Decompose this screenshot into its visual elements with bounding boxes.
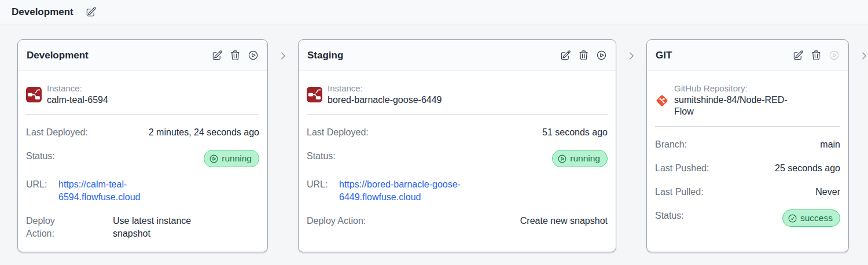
url-label: URL: bbox=[307, 178, 339, 204]
branch-row: Branch: main bbox=[655, 138, 840, 151]
edit-pipeline-button[interactable] bbox=[86, 6, 97, 17]
run-stage-button-disabled bbox=[829, 50, 840, 61]
last-deployed-label: Last Deployed: bbox=[26, 126, 113, 139]
stage-body: Instance: bored-barnacle-goose-6449 Last… bbox=[299, 71, 616, 252]
stage-card-staging: Staging Instance: bored-barnacle-goose-6… bbox=[298, 39, 616, 252]
node-red-icon bbox=[26, 87, 42, 102]
pipeline-title: Development bbox=[12, 6, 73, 18]
deploy-action-row: Deploy Action: Use latest instance snaps… bbox=[26, 215, 259, 240]
pipeline-header: Development bbox=[0, 0, 868, 24]
deploy-action-label: Deploy Action: bbox=[307, 215, 393, 227]
branch-value: main bbox=[742, 138, 840, 151]
trash-icon bbox=[811, 50, 822, 61]
url-row: URL: https://bored-barnacle-goose-6449.f… bbox=[307, 178, 608, 204]
stage-separator bbox=[849, 39, 868, 61]
chevron-right-icon bbox=[627, 51, 637, 61]
delete-stage-button[interactable] bbox=[811, 50, 822, 61]
deploy-action-value: Create new snapshot bbox=[393, 215, 608, 227]
last-deployed-value: 51 seconds ago bbox=[393, 126, 608, 139]
last-pushed-label: Last Pushed: bbox=[655, 162, 742, 175]
status-row: Status: success bbox=[655, 209, 840, 226]
status-label: Status: bbox=[307, 150, 393, 167]
run-stage-button[interactable] bbox=[248, 50, 259, 61]
run-stage-button[interactable] bbox=[596, 50, 607, 61]
trash-icon bbox=[230, 50, 241, 61]
status-badge: success bbox=[782, 209, 840, 226]
instance-label: Instance: bbox=[47, 83, 108, 94]
stage-separator bbox=[268, 39, 298, 61]
delete-stage-button[interactable] bbox=[230, 50, 241, 61]
edit-stage-button[interactable] bbox=[793, 50, 804, 61]
last-deployed-row: Last Deployed: 51 seconds ago bbox=[307, 126, 608, 139]
status-row: Status: running bbox=[26, 150, 259, 167]
status-badge: running bbox=[204, 150, 259, 167]
instance-block: Instance: bored-barnacle-goose-6449 bbox=[307, 78, 608, 109]
play-circle-icon bbox=[557, 154, 567, 164]
edit-stage-button[interactable] bbox=[560, 50, 571, 61]
stage-title: Development bbox=[27, 50, 89, 61]
repository-label: GitHub Repository: bbox=[674, 83, 804, 94]
instance-name: calm-teal-6594 bbox=[47, 94, 108, 106]
stage-actions bbox=[560, 50, 607, 61]
last-pulled-label: Last Pulled: bbox=[655, 186, 742, 198]
repository-block: GitHub Repository: sumitshinde-84/Node-R… bbox=[655, 78, 840, 122]
chevron-right-icon bbox=[278, 51, 288, 61]
instance-name: bored-barnacle-goose-6449 bbox=[328, 94, 442, 106]
deploy-action-value: Use latest instance snapshot bbox=[113, 215, 223, 240]
url-label: URL: bbox=[26, 178, 58, 204]
repository-name: sumitshinde-84/Node-RED-Flow bbox=[674, 94, 804, 119]
play-circle-icon bbox=[829, 50, 840, 61]
stage-card-development: Development Instance: calm-teal-6594 Las… bbox=[17, 39, 268, 252]
last-pushed-row: Last Pushed: 25 seconds ago bbox=[655, 162, 840, 175]
stage-card-git: GIT GitHub Repository: sumitshinde-84/No… bbox=[646, 39, 849, 252]
play-circle-icon bbox=[248, 50, 259, 61]
last-deployed-label: Last Deployed: bbox=[307, 126, 393, 139]
status-label: Status: bbox=[655, 209, 742, 226]
git-icon bbox=[655, 94, 669, 108]
last-deployed-row: Last Deployed: 2 minutes, 24 seconds ago bbox=[26, 126, 259, 139]
stage-body: Instance: calm-teal-6594 Last Deployed: … bbox=[18, 71, 267, 259]
play-circle-icon bbox=[209, 154, 219, 164]
branch-label: Branch: bbox=[655, 138, 742, 151]
instance-label: Instance: bbox=[328, 83, 442, 94]
pencil-square-icon bbox=[212, 50, 223, 61]
last-pulled-row: Last Pulled: Never bbox=[655, 186, 840, 198]
instance-block: Instance: calm-teal-6594 bbox=[26, 78, 259, 109]
edit-stage-button[interactable] bbox=[212, 50, 223, 61]
pencil-square-icon bbox=[793, 50, 804, 61]
instance-url-link[interactable]: https://bored-barnacle-goose-6449.flowfu… bbox=[339, 178, 516, 204]
pencil-square-icon bbox=[86, 6, 97, 17]
status-label: Status: bbox=[26, 150, 113, 167]
last-pulled-value: Never bbox=[742, 186, 840, 198]
stage-title: Staging bbox=[307, 50, 343, 61]
pencil-square-icon bbox=[560, 50, 571, 61]
last-deployed-value: 2 minutes, 24 seconds ago bbox=[113, 126, 259, 139]
stage-title: GIT bbox=[656, 50, 672, 61]
trash-icon bbox=[578, 50, 589, 61]
stage-actions bbox=[212, 50, 259, 61]
chevron-right-icon bbox=[859, 51, 868, 61]
delete-stage-button[interactable] bbox=[578, 50, 589, 61]
stage-body: GitHub Repository: sumitshinde-84/Node-R… bbox=[647, 71, 848, 252]
stage-separator bbox=[616, 39, 646, 61]
stage-header: Staging bbox=[299, 40, 616, 71]
url-row: URL: https://calm-teal-6594.flowfuse.clo… bbox=[26, 178, 259, 204]
node-red-icon bbox=[307, 87, 322, 102]
check-circle-icon bbox=[788, 214, 797, 223]
deploy-action-row: Deploy Action: Create new snapshot bbox=[307, 215, 608, 227]
stage-actions bbox=[793, 50, 840, 61]
stage-header: Development bbox=[18, 40, 267, 71]
status-badge: running bbox=[552, 150, 608, 167]
instance-url-link[interactable]: https://calm-teal-6594.flowfuse.cloud bbox=[58, 178, 194, 204]
status-row: Status: running bbox=[307, 150, 608, 167]
play-circle-icon bbox=[596, 50, 607, 61]
pipeline-stages-row: Development Instance: calm-teal-6594 Las… bbox=[0, 24, 868, 252]
stage-header: GIT bbox=[647, 40, 848, 71]
last-pushed-value: 25 seconds ago bbox=[742, 162, 840, 175]
deploy-action-label: Deploy Action: bbox=[26, 215, 62, 240]
